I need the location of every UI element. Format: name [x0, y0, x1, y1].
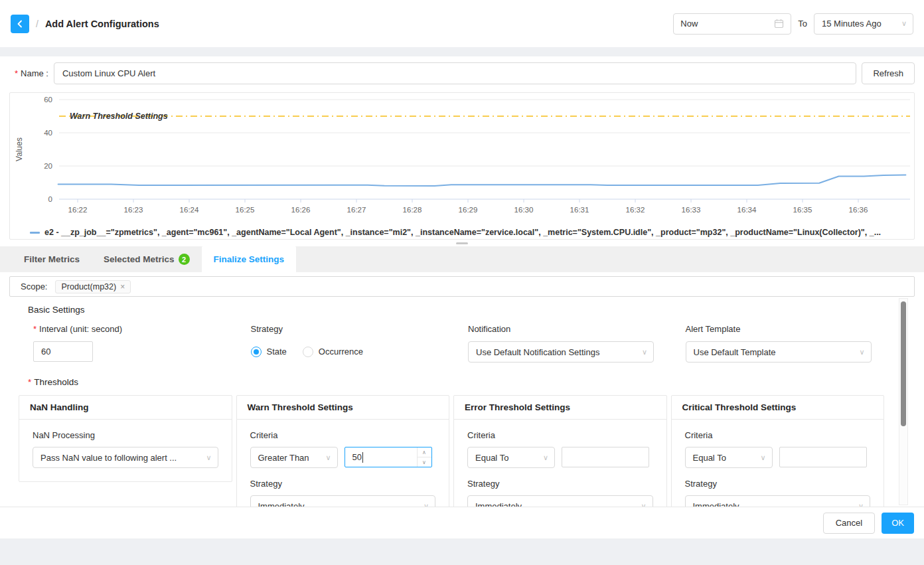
svg-text:16:28: 16:28	[403, 206, 422, 214]
top-header: / Add Alert Configurations Now To 15 Min…	[0, 0, 924, 47]
svg-text:16:30: 16:30	[514, 206, 534, 214]
finalize-settings-content: Scope: Product(mp32) × Basic Settings *I…	[0, 272, 924, 507]
time-from-value: Now	[680, 19, 774, 29]
ok-button[interactable]: OK	[882, 513, 914, 534]
svg-text:0: 0	[48, 195, 52, 203]
svg-text:16:25: 16:25	[236, 206, 255, 214]
page-title: Add Alert Configurations	[45, 19, 159, 29]
scope-tag-product[interactable]: Product(mp32) ×	[55, 280, 131, 293]
svg-text:16:33: 16:33	[682, 206, 701, 214]
svg-text:16:36: 16:36	[849, 206, 868, 214]
radio-state[interactable]: State	[251, 347, 287, 357]
svg-text:40: 40	[44, 129, 52, 137]
critical-strategy-select[interactable]: Immediately ∨	[685, 495, 871, 507]
strategy-field: Strategy State Occurrence	[236, 324, 450, 363]
error-criteria-value-input[interactable]	[562, 447, 649, 467]
nan-handling-card: NaN Handling NaN Processing Pass NaN val…	[19, 395, 232, 482]
time-to-select[interactable]: 15 Minutes Ago ∨	[814, 13, 913, 35]
number-spinner: ∧ ∨	[417, 447, 431, 467]
critical-criteria-value-input[interactable]	[779, 447, 867, 467]
alert-template-field: Alert Template Use Default Template ∨	[671, 324, 885, 363]
alert-name-input[interactable]	[54, 62, 857, 84]
nan-processing-select[interactable]: Pass NaN value to following alert ... ∨	[33, 447, 218, 468]
scrollbar-thumb[interactable]	[901, 301, 906, 426]
spinner-down-icon[interactable]: ∨	[418, 457, 431, 467]
svg-text:16:24: 16:24	[180, 206, 199, 214]
svg-text:16:35: 16:35	[793, 206, 812, 214]
radio-occurrence[interactable]: Occurrence	[303, 347, 363, 357]
error-strategy-select[interactable]: Immediately ∨	[467, 495, 653, 507]
critical-threshold-card: Critical Threshold Settings Criteria Equ…	[671, 395, 885, 507]
legend-series-label: e2 - __zp_job__="zpmetrics", _agent="mc9…	[44, 228, 881, 237]
chart-legend[interactable]: e2 - __zp_job__="zpmetrics", _agent="mc9…	[10, 226, 914, 239]
text-caret	[362, 452, 364, 463]
main-panel: *Name : Refresh 020406016:2216:2316:2416…	[0, 56, 924, 538]
error-threshold-card: Error Threshold Settings Criteria Equal …	[453, 395, 667, 507]
interval-field: *Interval (unit: second)	[19, 324, 232, 363]
svg-text:Values: Values	[15, 137, 24, 161]
svg-text:20: 20	[44, 162, 52, 170]
interval-input[interactable]	[33, 341, 93, 362]
legend-series-swatch	[30, 232, 40, 234]
chevron-down-icon: ∨	[901, 20, 907, 27]
settings-scroll-area: Basic Settings *Interval (unit: second) …	[9, 297, 915, 507]
footer-actions: Cancel OK	[0, 507, 924, 538]
time-from-input[interactable]: Now	[673, 13, 791, 35]
back-chevron-icon	[16, 20, 24, 28]
radio-icon	[251, 347, 262, 357]
chart-resize-handle[interactable]	[456, 242, 468, 244]
notification-select[interactable]: Use Default Notification Settings ∨	[468, 341, 654, 363]
svg-text:16:23: 16:23	[124, 206, 143, 214]
selected-metrics-count-badge: 2	[179, 254, 190, 265]
svg-text:16:27: 16:27	[347, 206, 366, 214]
error-criteria-op-select[interactable]: Equal To ∨	[467, 447, 555, 468]
chevron-down-icon: ∨	[760, 454, 765, 461]
scope-label: Scope:	[21, 282, 47, 291]
remove-tag-icon[interactable]: ×	[120, 282, 125, 291]
svg-text:Warn Threshold Settings: Warn Threshold Settings	[70, 112, 168, 121]
warn-criteria-op-select[interactable]: Greater Than ∨	[250, 447, 338, 468]
svg-text:16:32: 16:32	[626, 206, 645, 214]
svg-text:16:34: 16:34	[737, 206, 757, 214]
scope-box: Scope: Product(mp32) ×	[9, 276, 915, 297]
name-row: *Name : Refresh	[0, 56, 924, 84]
tab-selected-metrics[interactable]: Selected Metrics 2	[92, 246, 202, 272]
chevron-down-icon: ∨	[858, 503, 864, 507]
tab-bar: Filter Metrics Selected Metrics 2 Finali…	[0, 246, 924, 272]
refresh-button[interactable]: Refresh	[862, 62, 915, 84]
warn-threshold-card: Warn Threshold Settings Criteria Greater…	[236, 395, 450, 507]
chevron-down-icon: ∨	[641, 503, 646, 507]
notification-field: Notification Use Default Notification Se…	[453, 324, 667, 363]
svg-text:60: 60	[44, 96, 52, 104]
back-button[interactable]	[11, 15, 29, 33]
cancel-button[interactable]: Cancel	[823, 513, 875, 534]
warn-criteria-value-input[interactable]: 50 ∧ ∨	[345, 447, 432, 467]
to-label: To	[798, 19, 807, 29]
chart-canvas: 020406016:2216:2316:2416:2516:2616:2716:…	[10, 93, 914, 226]
chevron-down-icon: ∨	[424, 503, 429, 507]
svg-text:16:29: 16:29	[459, 206, 478, 214]
chevron-down-icon: ∨	[859, 349, 864, 356]
chevron-down-icon: ∨	[543, 454, 548, 461]
breadcrumb-separator: /	[36, 19, 38, 29]
basic-settings-heading: Basic Settings	[28, 305, 884, 315]
radio-icon	[303, 347, 313, 357]
calendar-icon	[774, 19, 784, 29]
alert-template-select[interactable]: Use Default Template ∨	[686, 341, 872, 363]
tab-filter-metrics[interactable]: Filter Metrics	[12, 246, 92, 272]
svg-text:16:22: 16:22	[68, 206, 88, 214]
svg-text:16:26: 16:26	[291, 206, 311, 214]
chevron-down-icon: ∨	[206, 454, 211, 461]
chevron-down-icon: ∨	[642, 349, 647, 356]
threshold-cards: NaN Handling NaN Processing Pass NaN val…	[19, 395, 884, 507]
spinner-up-icon[interactable]: ∧	[418, 447, 431, 457]
chevron-down-icon: ∨	[325, 454, 331, 461]
metric-preview-chart: 020406016:2216:2316:2416:2516:2616:2716:…	[9, 92, 915, 240]
vertical-scrollbar[interactable]	[899, 298, 908, 505]
warn-strategy-select[interactable]: Immediately ∨	[250, 495, 436, 507]
critical-criteria-op-select[interactable]: Equal To ∨	[685, 447, 773, 468]
svg-text:16:31: 16:31	[570, 206, 589, 214]
thresholds-heading: *Thresholds	[28, 377, 884, 387]
tab-finalize-settings[interactable]: Finalize Settings	[202, 246, 297, 272]
time-to-value: 15 Minutes Ago	[822, 19, 882, 29]
